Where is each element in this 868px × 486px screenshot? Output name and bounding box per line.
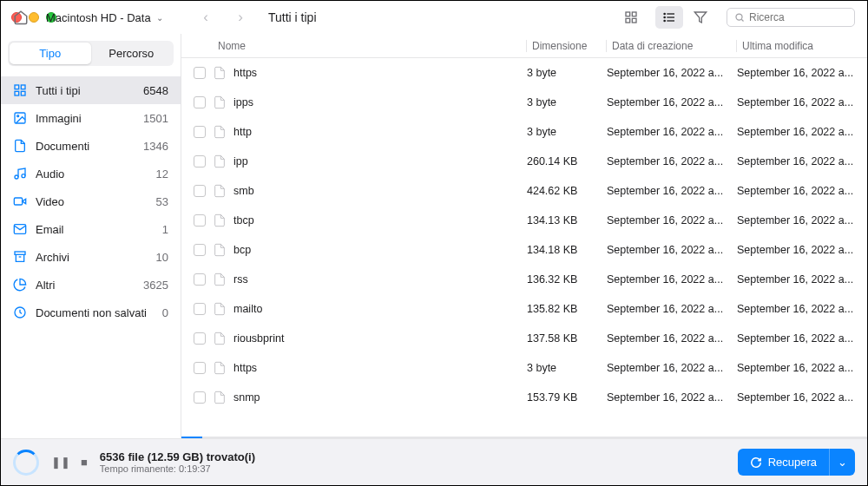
svg-rect-15 <box>632 12 636 16</box>
sidebar-item-label: Video <box>36 195 148 208</box>
nav-back-button[interactable]: ‹ <box>194 9 218 26</box>
table-body: https3 byteSeptember 16, 2022 a...Septem… <box>181 58 867 437</box>
svg-rect-0 <box>15 85 19 89</box>
svg-line-26 <box>741 19 743 21</box>
table-row[interactable]: ipp260.14 KBSeptember 16, 2022 a...Septe… <box>181 147 867 176</box>
search-field[interactable] <box>727 8 855 27</box>
sidebar-item-all[interactable]: Tutti i tipi6548 <box>1 76 181 104</box>
view-grid-button[interactable] <box>617 6 645 29</box>
table-row[interactable]: rss136.32 KBSeptember 16, 2022 a...Septe… <box>181 265 867 294</box>
table-row[interactable]: tbcp134.13 KBSeptember 16, 2022 a...Sept… <box>181 206 867 235</box>
segment-type[interactable]: Tipo <box>10 43 91 64</box>
file-modified: September 16, 2022 a... <box>737 214 867 227</box>
svg-rect-16 <box>626 18 630 23</box>
column-size[interactable]: Dimensione <box>527 40 607 52</box>
file-icon <box>213 94 227 111</box>
sidebar-item-archives[interactable]: Archivi10 <box>1 243 181 271</box>
row-checkbox[interactable] <box>194 96 206 108</box>
search-input[interactable] <box>749 11 868 23</box>
column-created[interactable]: Data di creazione <box>607 40 737 52</box>
file-created: September 16, 2022 a... <box>607 185 737 197</box>
sidebar-item-unsaved[interactable]: Documenti non salvati0 <box>1 299 181 326</box>
sidebar-item-count: 0 <box>162 306 168 319</box>
column-name[interactable]: Nome <box>213 40 527 52</box>
svg-marker-24 <box>694 12 706 23</box>
table-row[interactable]: riousbprint137.58 KBSeptember 16, 2022 a… <box>181 324 867 353</box>
file-name: ipp <box>233 155 248 167</box>
sidebar-item-label: Altri <box>36 279 135 292</box>
row-checkbox[interactable] <box>194 155 206 167</box>
file-icon <box>213 241 227 259</box>
table-row[interactable]: bcp134.18 KBSeptember 16, 2022 a...Septe… <box>181 235 867 265</box>
sidebar-item-others[interactable]: Altri3625 <box>1 271 181 299</box>
table-row[interactable]: http3 byteSeptember 16, 2022 a...Septemb… <box>181 117 867 147</box>
sidebar-item-label: Immagini <box>36 112 135 125</box>
file-name: riousbprint <box>233 332 284 345</box>
svg-point-23 <box>664 20 665 21</box>
toolbar: ‹ › Tutti i tipi <box>181 1 867 34</box>
sidebar-item-images[interactable]: Immagini1501 <box>1 104 181 132</box>
sidebar-item-count: 1346 <box>143 140 168 153</box>
column-modified[interactable]: Ultima modifica <box>737 40 867 52</box>
pie-icon <box>13 278 27 292</box>
file-size: 3 byte <box>527 362 607 374</box>
sidebar-segment: Tipo Percorso <box>8 41 174 66</box>
search-icon <box>734 12 745 23</box>
table-row[interactable]: mailto135.82 KBSeptember 16, 2022 a...Se… <box>181 294 867 324</box>
row-checkbox[interactable] <box>194 185 206 197</box>
file-modified: September 16, 2022 a... <box>737 185 867 197</box>
filter-button[interactable] <box>694 10 716 24</box>
segment-path[interactable]: Percorso <box>91 43 173 64</box>
home-icon[interactable] <box>13 10 29 25</box>
chevron-down-icon: ⌄ <box>156 13 163 23</box>
file-name: mailto <box>233 303 262 315</box>
recover-dropdown-button[interactable]: ⌄ <box>829 449 855 476</box>
sidebar-item-label: Archivi <box>36 251 148 264</box>
file-created: September 16, 2022 a... <box>607 244 737 256</box>
row-checkbox[interactable] <box>194 214 206 227</box>
svg-point-7 <box>22 174 25 178</box>
file-created: September 16, 2022 a... <box>607 67 737 79</box>
sidebar-item-docs[interactable]: Documenti1346 <box>1 132 181 160</box>
file-modified: September 16, 2022 a... <box>737 391 867 404</box>
recover-button[interactable]: Recupera <box>738 449 829 476</box>
sidebar-item-label: Documenti <box>36 140 135 153</box>
row-checkbox[interactable] <box>194 67 206 79</box>
view-list-button[interactable] <box>655 6 683 29</box>
row-checkbox[interactable] <box>194 391 206 404</box>
table-row[interactable]: https3 byteSeptember 16, 2022 a...Septem… <box>181 353 867 383</box>
file-name: https <box>233 362 257 374</box>
svg-rect-17 <box>632 18 636 23</box>
sidebar-item-audio[interactable]: Audio12 <box>1 160 181 187</box>
found-summary: 6536 file (12.59 GB) trovato(i) <box>100 450 255 463</box>
table-row[interactable]: snmp153.79 KBSeptember 16, 2022 a...Sept… <box>181 383 867 412</box>
stop-scan-button[interactable]: ■ <box>81 456 88 469</box>
sidebar-item-label: Email <box>36 223 154 236</box>
row-checkbox[interactable] <box>194 126 206 138</box>
pause-scan-button[interactable]: ❚❚ <box>51 456 70 469</box>
table-row[interactable]: smb424.62 KBSeptember 16, 2022 a...Septe… <box>181 176 867 206</box>
video-icon <box>13 194 27 208</box>
file-modified: September 16, 2022 a... <box>737 362 867 374</box>
nav-forward-button[interactable]: › <box>228 9 253 26</box>
volume-selector[interactable]: Macintosh HD - Data ⌄ <box>46 11 163 24</box>
sidebar-item-label: Audio <box>36 167 148 181</box>
file-modified: September 16, 2022 a... <box>737 155 867 167</box>
row-checkbox[interactable] <box>194 244 206 256</box>
row-checkbox[interactable] <box>194 332 206 345</box>
file-created: September 16, 2022 a... <box>607 155 737 167</box>
file-icon <box>213 64 227 82</box>
sidebar-item-video[interactable]: Video53 <box>1 187 181 215</box>
table-row[interactable]: https3 byteSeptember 16, 2022 a...Septem… <box>181 58 867 88</box>
row-checkbox[interactable] <box>194 273 206 286</box>
sidebar-item-count: 1501 <box>143 112 168 125</box>
sidebar-item-email[interactable]: Email1 <box>1 215 181 243</box>
breadcrumb-title: Tutti i tipi <box>268 10 317 24</box>
file-size: 136.32 KB <box>527 273 607 286</box>
row-checkbox[interactable] <box>194 303 206 315</box>
sidebar-item-label: Documenti non salvati <box>36 306 154 319</box>
row-checkbox[interactable] <box>194 362 206 374</box>
recover-button-group: Recupera ⌄ <box>738 449 855 476</box>
file-size: 3 byte <box>527 96 607 108</box>
table-row[interactable]: ipps3 byteSeptember 16, 2022 a...Septemb… <box>181 88 867 117</box>
